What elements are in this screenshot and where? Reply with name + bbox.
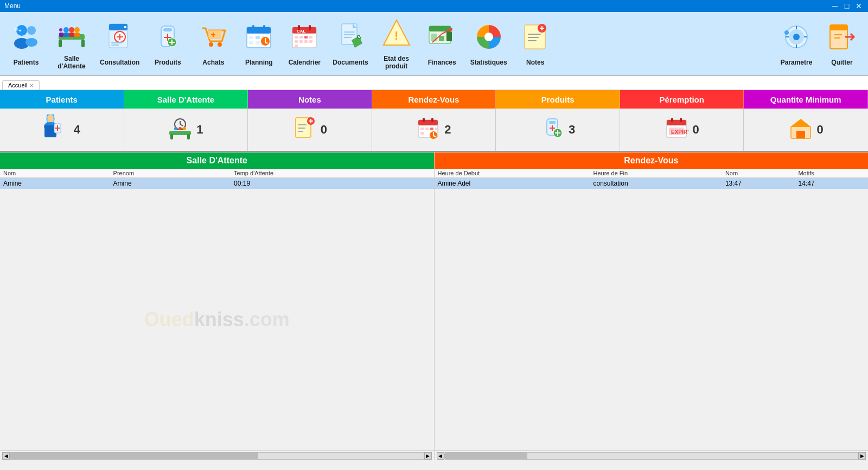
planning-label: Planning xyxy=(245,59,273,66)
quitter-icon xyxy=(827,22,857,56)
statistiques-label: Statistiques xyxy=(470,59,507,66)
rdv-scrollbar-track[interactable] xyxy=(444,452,859,460)
tab-close-icon[interactable]: ✕ xyxy=(29,82,34,88)
documents-label: Documents xyxy=(333,59,368,66)
toolbar-etat-produit[interactable]: ! Etat desproduit xyxy=(375,14,418,73)
toolbar-salle-attente[interactable]: Salled'Attente xyxy=(50,14,93,73)
rdv-panel-header: Rendez-Vous xyxy=(435,153,869,169)
scroll-right-btn[interactable]: ▶ xyxy=(424,452,432,460)
svg-rect-13 xyxy=(69,33,74,37)
maximize-button[interactable]: □ xyxy=(842,1,852,11)
rdv-scroll-left-btn[interactable]: ◀ xyxy=(437,452,444,460)
svg-rect-76 xyxy=(439,36,444,41)
toolbar-produits[interactable]: Produits xyxy=(146,14,189,73)
svg-rect-43 xyxy=(256,41,260,45)
svg-point-15 xyxy=(59,28,62,31)
patients-icon: + xyxy=(11,22,41,56)
notes-icon xyxy=(520,22,551,56)
svg-rect-35 xyxy=(247,27,271,34)
svg-rect-50 xyxy=(309,25,311,30)
scrollbar-track[interactable] xyxy=(10,452,424,460)
svg-rect-86 xyxy=(528,37,539,38)
produits-summary-icon xyxy=(540,116,564,144)
svg-point-78 xyxy=(449,28,452,31)
title-bar: Menu ─ □ ✕ xyxy=(0,0,868,12)
summary-quantite-cell: 0 xyxy=(744,109,868,151)
close-button[interactable]: ✕ xyxy=(854,1,864,11)
svg-rect-75 xyxy=(431,34,437,41)
minimize-button[interactable]: ─ xyxy=(830,1,840,11)
svg-rect-22 xyxy=(111,42,122,43)
toolbar-parametre[interactable]: Parametre xyxy=(775,14,818,73)
svg-rect-61 xyxy=(295,45,298,47)
rdv-body xyxy=(435,189,869,450)
table-row[interactable]: Amine Adel consultation 13:47 14:47 xyxy=(435,178,869,189)
summary-peremption-header: Péremption xyxy=(620,90,744,109)
svg-rect-53 xyxy=(295,36,298,39)
svg-rect-8 xyxy=(81,40,85,47)
summary-produits-cell: 3 xyxy=(496,109,620,151)
salle-label: Salled'Attente xyxy=(58,55,86,70)
svg-rect-150 xyxy=(680,118,682,122)
cell-nom: Amine xyxy=(0,178,110,189)
produits-label: Produits xyxy=(155,59,181,66)
rdv-scroll-right-btn[interactable]: ▶ xyxy=(858,452,866,460)
svg-point-9 xyxy=(63,27,69,33)
notes-label: Notes xyxy=(526,59,544,66)
window-controls: ─ □ ✕ xyxy=(830,1,864,11)
svg-rect-55 xyxy=(304,36,308,39)
salle-icon xyxy=(56,18,87,53)
svg-point-117 xyxy=(174,127,177,130)
notes-summary-icon xyxy=(292,116,316,144)
svg-text:!: ! xyxy=(394,29,398,42)
toolbar-statistiques[interactable]: Statistiques xyxy=(466,14,512,73)
summary-salle-header: Salle D'Attente xyxy=(124,90,248,109)
etat-label: Etat desproduit xyxy=(384,55,409,70)
toolbar-quitter[interactable]: Quitter xyxy=(820,14,864,73)
svg-point-3 xyxy=(25,38,37,47)
toolbar-planning[interactable]: Planning xyxy=(237,14,280,73)
col-rdv-nom: Nom xyxy=(722,169,795,178)
svg-point-11 xyxy=(74,27,80,33)
achats-icon xyxy=(198,22,228,56)
summary-salle-cell: 1 xyxy=(124,109,248,151)
svg-point-32 xyxy=(209,42,213,47)
watermark: Ouedkniss.com xyxy=(144,308,290,331)
svg-rect-66 xyxy=(344,37,352,38)
rendez-vous-panel: Rendez-Vous Heure de Debut Heure de Fin … xyxy=(435,153,869,460)
svg-rect-116 xyxy=(187,134,190,139)
toolbar-notes[interactable]: Notes xyxy=(514,14,557,73)
tab-accueil[interactable]: Accueil ✕ xyxy=(2,80,40,90)
patient-figure-icon xyxy=(43,113,69,147)
table-row[interactable]: Amine Amine 00:19 xyxy=(0,178,434,189)
toolbar-achats[interactable]: Achats xyxy=(192,14,235,73)
svg-rect-64 xyxy=(344,31,355,33)
svg-rect-24 xyxy=(124,26,126,28)
svg-rect-97 xyxy=(830,25,847,30)
toolbar-documents[interactable]: Documents xyxy=(328,14,372,73)
col-prenom: Prenom xyxy=(110,169,231,178)
quantite-summary-icon xyxy=(789,116,813,144)
svg-rect-129 xyxy=(423,118,425,122)
salle-attente-panel-header: Salle D'Attente xyxy=(0,153,434,169)
svg-rect-12 xyxy=(63,33,69,37)
svg-rect-133 xyxy=(425,128,429,130)
toolbar-calendrier[interactable]: CAL Calendrier xyxy=(283,14,326,73)
salle-attente-table: Nom Prenom Temp d'Attente Amine Amine 00… xyxy=(0,169,434,189)
svg-text:CAL: CAL xyxy=(297,29,306,34)
svg-rect-132 xyxy=(420,128,424,130)
toolbar-finances[interactable]: Finances xyxy=(420,14,464,73)
patients-count: 4 xyxy=(74,123,80,137)
toolbar-patients[interactable]: + Patients xyxy=(4,14,48,73)
svg-point-80 xyxy=(484,33,493,41)
calendrier-label: Calendrier xyxy=(289,59,321,66)
summary-notes-header: Notes xyxy=(248,90,372,109)
svg-point-90 xyxy=(793,34,800,40)
toolbar-consultation[interactable]: Consultation xyxy=(95,14,144,73)
col-heure-fin: Heure de Fin xyxy=(590,169,722,178)
cell-rdv-nom: 13:47 xyxy=(722,178,795,189)
peremption-count: 0 xyxy=(693,123,699,137)
svg-point-0 xyxy=(16,25,27,36)
salle-count: 1 xyxy=(196,123,203,137)
scroll-left-btn[interactable]: ◀ xyxy=(2,452,10,460)
